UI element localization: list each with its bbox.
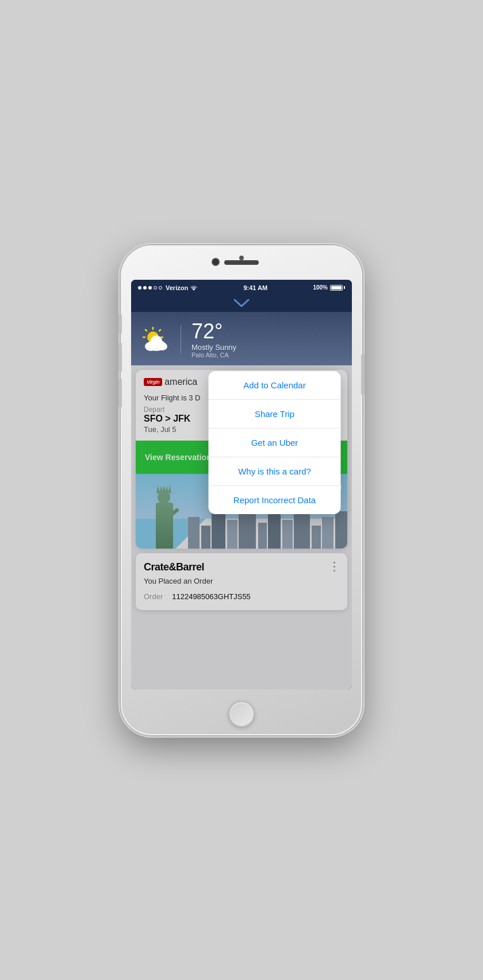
weather-divider bbox=[181, 325, 181, 354]
weather-temperature: 72° bbox=[191, 321, 236, 342]
status-right: 100% bbox=[313, 284, 345, 291]
context-menu-overlay[interactable]: Add to Calendar Share Trip Get an Uber W… bbox=[131, 365, 352, 689]
weather-info: 72° Mostly Sunny Palo Alto, CA bbox=[191, 321, 236, 358]
weather-icon bbox=[140, 327, 170, 352]
chevron-down-icon bbox=[233, 299, 250, 308]
signal-dot-3 bbox=[148, 286, 152, 290]
menu-item-why-card[interactable]: Why is this a card? bbox=[209, 457, 341, 486]
silent-switch[interactable] bbox=[118, 314, 122, 334]
svg-line-2 bbox=[159, 330, 160, 331]
svg-point-9 bbox=[151, 335, 162, 346]
front-camera bbox=[212, 258, 220, 266]
phone-screen: Verizon 9:41 AM 100% bbox=[131, 280, 352, 689]
signal-dot-1 bbox=[138, 286, 141, 290]
volume-up-button[interactable] bbox=[118, 343, 122, 372]
signal-dot-2 bbox=[143, 286, 147, 290]
phone-frame: Verizon 9:41 AM 100% bbox=[121, 245, 362, 735]
signal-dot-5 bbox=[159, 286, 162, 290]
partly-cloudy-icon bbox=[140, 327, 170, 352]
menu-item-get-uber[interactable]: Get an Uber bbox=[209, 429, 341, 457]
weather-section: 72° Mostly Sunny Palo Alto, CA bbox=[131, 312, 352, 365]
menu-item-add-calendar[interactable]: Add to Calendar bbox=[209, 371, 341, 400]
menu-item-report-data[interactable]: Report Incorrect Data bbox=[209, 486, 341, 514]
speaker bbox=[224, 260, 259, 265]
svg-line-4 bbox=[145, 330, 147, 331]
status-left: Verizon bbox=[138, 284, 198, 291]
carrier-name: Verizon bbox=[166, 284, 188, 291]
home-button[interactable] bbox=[228, 701, 255, 727]
battery-icon bbox=[330, 285, 345, 291]
context-menu: Add to Calendar Share Trip Get an Uber W… bbox=[209, 371, 341, 514]
signal-dot-4 bbox=[154, 286, 157, 290]
status-bar: Verizon 9:41 AM 100% bbox=[131, 280, 352, 295]
sensor bbox=[239, 256, 244, 260]
wifi-icon bbox=[190, 285, 198, 291]
scroll-indicator[interactable] bbox=[131, 295, 352, 312]
power-button[interactable] bbox=[361, 354, 365, 395]
battery-percent: 100% bbox=[313, 284, 328, 291]
weather-city: Palo Alto, CA bbox=[191, 352, 236, 358]
weather-condition: Mostly Sunny bbox=[191, 343, 236, 352]
screen-content[interactable]: Virgin america ··· Your Flight is 3 D De… bbox=[131, 365, 352, 689]
volume-down-button[interactable] bbox=[118, 379, 122, 407]
status-time: 9:41 AM bbox=[243, 284, 267, 291]
menu-item-share-trip[interactable]: Share Trip bbox=[209, 400, 341, 429]
